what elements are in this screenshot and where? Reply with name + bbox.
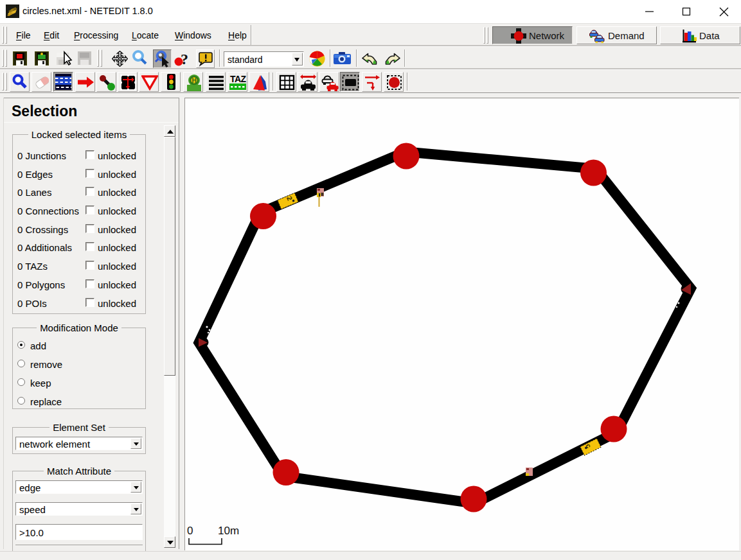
svg-text:10m: 10m [218,525,239,537]
svg-text:H: H [192,77,196,84]
svg-text:TAZ: TAZ [230,74,246,84]
svg-text:0: 0 [187,525,193,537]
